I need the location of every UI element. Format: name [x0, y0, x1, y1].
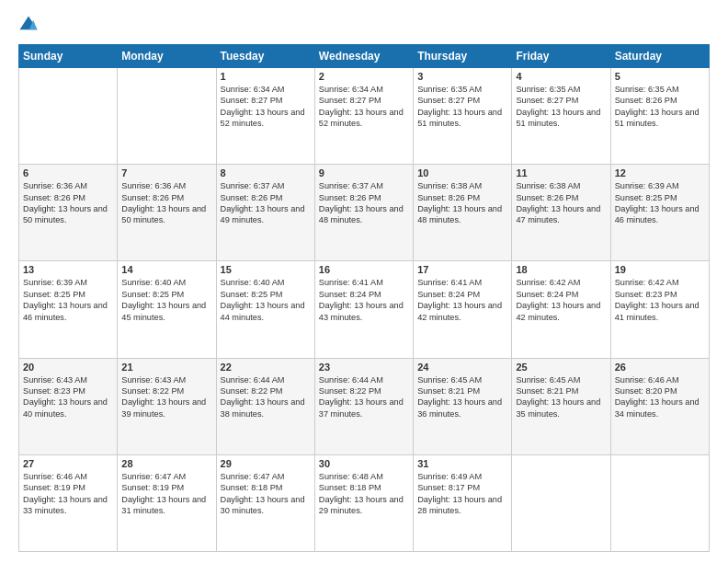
day-number: 22 [221, 362, 311, 373]
calendar-cell: 8Sunrise: 6:37 AMSunset: 8:26 PMDaylight… [216, 165, 314, 261]
day-number: 24 [417, 362, 507, 373]
day-number: 16 [319, 264, 409, 275]
calendar-cell: 2Sunrise: 6:34 AMSunset: 8:27 PMDaylight… [314, 68, 413, 165]
calendar-week-row: 6Sunrise: 6:36 AMSunset: 8:26 PMDaylight… [19, 165, 710, 261]
day-number: 25 [516, 362, 606, 373]
calendar-cell: 22Sunrise: 6:44 AMSunset: 8:22 PMDayligh… [216, 358, 314, 454]
day-number: 28 [121, 458, 211, 469]
day-info: Sunrise: 6:39 AMSunset: 8:25 PMDaylight:… [615, 180, 705, 226]
day-number: 12 [615, 167, 705, 178]
calendar-cell [512, 454, 610, 551]
day-info: Sunrise: 6:36 AMSunset: 8:26 PMDaylight:… [23, 180, 113, 226]
calendar-week-row: 27Sunrise: 6:46 AMSunset: 8:19 PMDayligh… [19, 454, 710, 551]
day-number: 5 [615, 71, 705, 82]
day-info: Sunrise: 6:44 AMSunset: 8:22 PMDaylight:… [319, 374, 409, 420]
day-info: Sunrise: 6:44 AMSunset: 8:22 PMDaylight:… [221, 374, 311, 420]
calendar-cell: 13Sunrise: 6:39 AMSunset: 8:25 PMDayligh… [19, 261, 118, 358]
day-info: Sunrise: 6:40 AMSunset: 8:25 PMDaylight:… [121, 277, 211, 323]
calendar-cell: 9Sunrise: 6:37 AMSunset: 8:26 PMDaylight… [314, 165, 413, 261]
day-number: 26 [615, 362, 705, 373]
calendar-day-header: Wednesday [314, 45, 413, 68]
day-info: Sunrise: 6:40 AMSunset: 8:25 PMDaylight:… [221, 277, 311, 323]
logo-icon [18, 15, 39, 35]
calendar-day-header: Tuesday [216, 45, 314, 68]
calendar-week-row: 1Sunrise: 6:34 AMSunset: 8:27 PMDaylight… [19, 68, 710, 165]
day-number: 3 [417, 71, 507, 82]
day-number: 9 [319, 167, 409, 178]
day-info: Sunrise: 6:39 AMSunset: 8:25 PMDaylight:… [23, 277, 113, 323]
calendar-cell: 11Sunrise: 6:38 AMSunset: 8:26 PMDayligh… [512, 165, 610, 261]
day-info: Sunrise: 6:45 AMSunset: 8:21 PMDaylight:… [417, 374, 507, 420]
calendar-day-header: Saturday [610, 45, 709, 68]
header [18, 15, 710, 35]
calendar-cell: 31Sunrise: 6:49 AMSunset: 8:17 PMDayligh… [414, 454, 512, 551]
calendar-cell: 18Sunrise: 6:42 AMSunset: 8:24 PMDayligh… [512, 261, 610, 358]
day-number: 2 [319, 71, 409, 82]
calendar-cell: 12Sunrise: 6:39 AMSunset: 8:25 PMDayligh… [610, 165, 709, 261]
day-number: 23 [319, 362, 409, 373]
calendar-week-row: 13Sunrise: 6:39 AMSunset: 8:25 PMDayligh… [19, 261, 710, 358]
calendar-day-header: Friday [512, 45, 610, 68]
day-number: 4 [516, 71, 606, 82]
calendar-cell: 15Sunrise: 6:40 AMSunset: 8:25 PMDayligh… [216, 261, 314, 358]
day-number: 6 [23, 167, 113, 178]
day-number: 27 [23, 458, 113, 469]
calendar-cell: 14Sunrise: 6:40 AMSunset: 8:25 PMDayligh… [118, 261, 216, 358]
calendar-cell [118, 68, 216, 165]
calendar-cell: 28Sunrise: 6:47 AMSunset: 8:19 PMDayligh… [118, 454, 216, 551]
day-info: Sunrise: 6:37 AMSunset: 8:26 PMDaylight:… [319, 180, 409, 226]
calendar-cell: 3Sunrise: 6:35 AMSunset: 8:27 PMDaylight… [414, 68, 512, 165]
day-info: Sunrise: 6:42 AMSunset: 8:23 PMDaylight:… [615, 277, 705, 323]
day-info: Sunrise: 6:43 AMSunset: 8:22 PMDaylight:… [121, 374, 211, 420]
day-number: 8 [221, 167, 311, 178]
day-number: 29 [221, 458, 311, 469]
day-info: Sunrise: 6:45 AMSunset: 8:21 PMDaylight:… [516, 374, 606, 420]
calendar-cell: 10Sunrise: 6:38 AMSunset: 8:26 PMDayligh… [414, 165, 512, 261]
logo [18, 15, 42, 35]
calendar-cell: 6Sunrise: 6:36 AMSunset: 8:26 PMDaylight… [19, 165, 118, 261]
day-info: Sunrise: 6:41 AMSunset: 8:24 PMDaylight:… [319, 277, 409, 323]
calendar-day-header: Thursday [414, 45, 512, 68]
day-info: Sunrise: 6:38 AMSunset: 8:26 PMDaylight:… [516, 180, 606, 226]
calendar-cell: 27Sunrise: 6:46 AMSunset: 8:19 PMDayligh… [19, 454, 118, 551]
day-number: 13 [23, 264, 113, 275]
calendar-day-header: Sunday [19, 45, 118, 68]
calendar-cell: 17Sunrise: 6:41 AMSunset: 8:24 PMDayligh… [414, 261, 512, 358]
calendar-cell: 5Sunrise: 6:35 AMSunset: 8:26 PMDaylight… [610, 68, 709, 165]
day-info: Sunrise: 6:49 AMSunset: 8:17 PMDaylight:… [417, 471, 507, 517]
day-number: 19 [615, 264, 705, 275]
day-info: Sunrise: 6:35 AMSunset: 8:26 PMDaylight:… [615, 84, 705, 130]
calendar-cell: 7Sunrise: 6:36 AMSunset: 8:26 PMDaylight… [118, 165, 216, 261]
calendar-table: SundayMondayTuesdayWednesdayThursdayFrid… [18, 44, 710, 552]
day-number: 21 [121, 362, 211, 373]
day-number: 30 [319, 458, 409, 469]
day-number: 31 [417, 458, 507, 469]
calendar-cell: 1Sunrise: 6:34 AMSunset: 8:27 PMDaylight… [216, 68, 314, 165]
day-number: 10 [417, 167, 507, 178]
day-info: Sunrise: 6:34 AMSunset: 8:27 PMDaylight:… [319, 84, 409, 130]
day-number: 7 [121, 167, 211, 178]
day-info: Sunrise: 6:48 AMSunset: 8:18 PMDaylight:… [319, 471, 409, 517]
calendar-cell: 4Sunrise: 6:35 AMSunset: 8:27 PMDaylight… [512, 68, 610, 165]
day-number: 1 [221, 71, 311, 82]
day-number: 20 [23, 362, 113, 373]
day-info: Sunrise: 6:37 AMSunset: 8:26 PMDaylight:… [221, 180, 311, 226]
day-number: 11 [516, 167, 606, 178]
day-info: Sunrise: 6:46 AMSunset: 8:19 PMDaylight:… [23, 471, 113, 517]
day-number: 15 [221, 264, 311, 275]
calendar-cell: 20Sunrise: 6:43 AMSunset: 8:23 PMDayligh… [19, 358, 118, 454]
day-number: 14 [121, 264, 211, 275]
day-info: Sunrise: 6:34 AMSunset: 8:27 PMDaylight:… [221, 84, 311, 130]
calendar-header-row: SundayMondayTuesdayWednesdayThursdayFrid… [19, 45, 710, 68]
day-info: Sunrise: 6:43 AMSunset: 8:23 PMDaylight:… [23, 374, 113, 420]
day-info: Sunrise: 6:46 AMSunset: 8:20 PMDaylight:… [615, 374, 705, 420]
calendar-cell: 23Sunrise: 6:44 AMSunset: 8:22 PMDayligh… [314, 358, 413, 454]
calendar-cell: 24Sunrise: 6:45 AMSunset: 8:21 PMDayligh… [414, 358, 512, 454]
calendar-cell: 19Sunrise: 6:42 AMSunset: 8:23 PMDayligh… [610, 261, 709, 358]
calendar-cell: 21Sunrise: 6:43 AMSunset: 8:22 PMDayligh… [118, 358, 216, 454]
calendar-day-header: Monday [118, 45, 216, 68]
day-number: 18 [516, 264, 606, 275]
calendar-cell [610, 454, 709, 551]
calendar-cell: 30Sunrise: 6:48 AMSunset: 8:18 PMDayligh… [314, 454, 413, 551]
day-info: Sunrise: 6:47 AMSunset: 8:19 PMDaylight:… [121, 471, 211, 517]
